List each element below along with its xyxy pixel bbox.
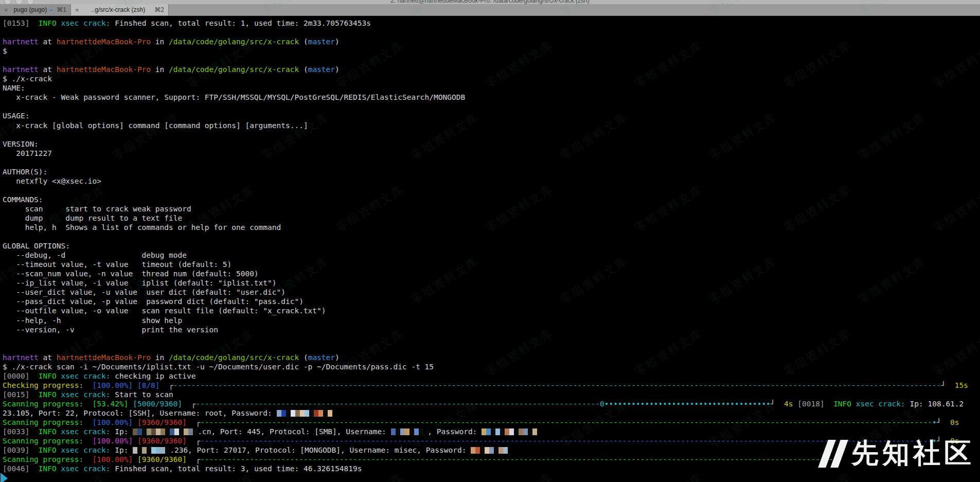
terminal-text-segment: --pass_dict value, -p value password dic…: [3, 297, 304, 306]
terminal-text-segment: ----------------------------------------…: [200, 455, 842, 463]
terminal-line: --version, -v print the version: [3, 325, 980, 334]
terminal-text-segment: Scanning progress:: [3, 455, 83, 463]
terminal-text-segment: .236, Port: 27017, Protocol: [MONGODB], …: [170, 446, 471, 454]
mosaic-cell: [133, 447, 137, 454]
mosaic-cell: [179, 429, 184, 435]
tab-pugo[interactable]: × pugo (pugo) ● ⌘1: [0, 4, 71, 15]
terminal-text-segment: $ ./x-crack: [3, 75, 52, 83]
terminal-line: Checking progress: [100.00%] [8/8] ┌----…: [3, 381, 980, 390]
mosaic-cell: [151, 429, 156, 435]
terminal-text-segment: xsec crack:: [61, 465, 111, 473]
terminal-text-segment: [57, 372, 61, 380]
iterm-window: { "window": { "title": "2. hartnett@hart…: [0, 0, 980, 482]
terminal-line: --scan_num value, -n value thread num (d…: [3, 269, 980, 278]
terminal-text-segment: 0: [600, 400, 604, 408]
terminal-line: [0046] INFO xsec crack: Finshed scan, to…: [3, 464, 980, 473]
terminal-text-segment: /data/code/golang/src/x-crack: [169, 38, 299, 46]
terminal-text-segment: .cn, Port: 445, Protocol: [SMB], Usernam…: [198, 427, 390, 436]
terminal-text-segment: [100.00%]: [93, 437, 133, 445]
terminal-text-segment: ┌: [169, 381, 173, 389]
mosaic-cell: [300, 410, 305, 417]
mosaic-cell: [281, 410, 286, 417]
terminal-text-segment: --outfile value, -o value scan result fi…: [3, 307, 326, 315]
terminal-text-segment: at: [39, 38, 57, 46]
terminal-text-segment: USAGE:: [3, 112, 29, 120]
terminal-text-segment: (: [299, 65, 308, 74]
terminal-text-segment: GLOBAL OPTIONS:: [3, 242, 70, 250]
mosaic-cell: [184, 429, 188, 435]
terminal-text-segment: INFO: [39, 465, 57, 473]
mosaic-cell: [486, 429, 491, 435]
mosaic-cell: [503, 447, 508, 454]
terminal-text-segment: •••••••••••••••••••••••••••••••••••••: [604, 400, 771, 408]
terminal-text-segment: at: [39, 65, 57, 74]
terminal-line: [3, 102, 980, 111]
terminal-text-segment: ┌: [195, 437, 200, 445]
terminal-text-segment: [851, 400, 856, 408]
terminal-line: x-crack - Weak password scanner, Support…: [3, 93, 980, 102]
censored-text-mosaic: [391, 429, 423, 435]
terminal-text-segment: [0039]: [3, 446, 29, 454]
terminal-text-segment: in: [151, 353, 169, 362]
terminal-text-segment: [57, 427, 61, 436]
terminal-text-segment: , Password:: [423, 427, 482, 436]
close-tab-icon[interactable]: ×: [4, 6, 8, 14]
terminal-line: [3, 130, 980, 139]
terminal-text-segment: xsec crack:: [61, 427, 111, 436]
terminal-text-segment: ┘: [941, 381, 946, 389]
terminal-text-segment: NAME:: [3, 84, 25, 92]
terminal-line: [0153] INFO xsec crack: Finshed scan, to…: [3, 19, 980, 28]
terminal-text-segment: hartnett: [3, 65, 39, 74]
terminal-body[interactable]: [0153] INFO xsec crack: Finshed scan, to…: [0, 15, 980, 482]
terminal-text-segment: [187, 437, 195, 445]
tab-x-crack[interactable]: × ..g/src/x-crack (zsh) ⌘2: [71, 4, 169, 15]
terminal-text-segment: [57, 446, 61, 454]
terminal-text-segment: ----------------------------------------…: [173, 381, 941, 389]
mosaic-cell: [142, 429, 147, 435]
terminal-text-segment: INFO: [39, 390, 57, 399]
mosaic-cell: [409, 429, 414, 435]
mosaic-cell: [147, 447, 151, 454]
mosaic-cell: [165, 447, 170, 454]
terminal-line: [3, 28, 980, 37]
terminal-line: [3, 344, 980, 353]
terminal-text-segment: hartnettdeMacBook-Pro: [57, 38, 151, 46]
terminal-line: COMMANDS:: [3, 195, 980, 204]
mosaic-cell: [489, 447, 494, 454]
terminal-text-segment: [941, 437, 950, 445]
terminal-text-segment: [29, 465, 38, 473]
terminal-text-segment: •: [932, 437, 937, 445]
censored-text-mosaic: [277, 410, 332, 417]
mosaic-cell: [400, 429, 405, 435]
terminal-line: $ ./x-crack scan -i ~/Documents/iplist.t…: [3, 362, 980, 371]
terminal-text-segment: netxfly <x@xsec.io>: [3, 177, 101, 185]
terminal-text-segment: [0015]: [3, 390, 29, 399]
terminal-line: [3, 232, 980, 241]
mosaic-cell: [509, 429, 514, 435]
terminal-text-segment: ----------------------------------------…: [200, 418, 932, 426]
close-tab-icon[interactable]: ×: [75, 6, 79, 14]
terminal-text-segment: 23.105, Port: 22, Protocol: [SSH], Usern…: [3, 409, 277, 417]
terminal-line: --pass_dict value, -p value password dic…: [3, 297, 980, 306]
terminal-line: --outfile value, -o value scan result fi…: [3, 306, 980, 315]
terminal-text-segment: [133, 381, 137, 389]
terminal-line: [3, 334, 980, 344]
terminal-text-segment: ----------------------------------------…: [195, 400, 600, 408]
terminal-line: scan start to crack weak password: [3, 204, 980, 213]
terminal-text-segment: [29, 427, 38, 436]
terminal-text-segment: [29, 19, 38, 27]
mosaic-cell: [475, 447, 480, 454]
mosaic-cell: [318, 410, 323, 417]
terminal-text-segment: Ip:: [111, 446, 133, 454]
terminal-line: netxfly <x@xsec.io>: [3, 176, 980, 186]
terminal-line: 20171227: [3, 149, 980, 158]
terminal-line: --debug, -d debug mode: [3, 251, 980, 260]
terminal-line: 23.105, Port: 22, Protocol: [SSH], Usern…: [3, 408, 980, 418]
terminal-text-segment: Finshed scan, total result: 1, used time…: [111, 19, 371, 27]
terminal-text-segment: dump dump result to a text file: [3, 214, 182, 222]
mosaic-cell: [405, 429, 409, 435]
mosaic-cell: [147, 429, 151, 435]
censored-text-mosaic: [133, 447, 170, 454]
terminal-line: GLOBAL OPTIONS:: [3, 241, 980, 251]
terminal-text-segment: INFO: [833, 400, 851, 408]
